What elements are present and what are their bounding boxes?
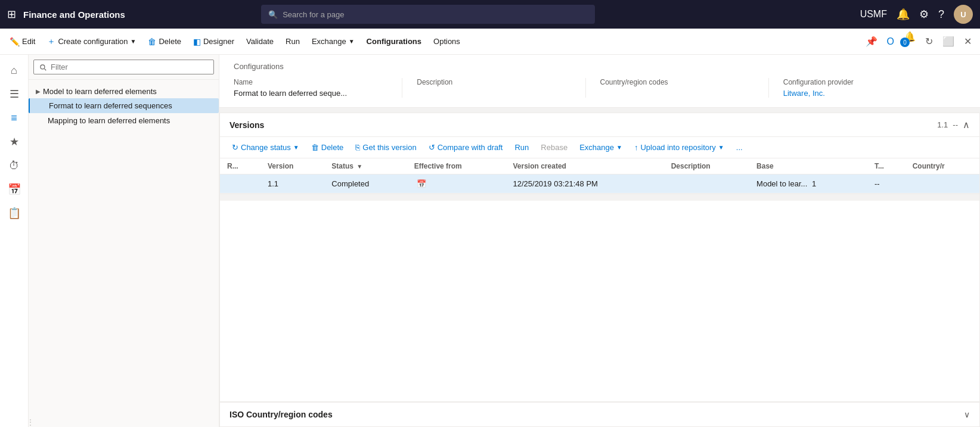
col-base[interactable]: Base — [749, 158, 867, 174]
versions-title: Versions — [230, 120, 264, 130]
section-title: Configurations — [234, 62, 966, 71]
versions-table-wrap: R... Version Status ▼ Effective from Ver… — [220, 158, 979, 194]
tree-panel: ▶ Model to learn deferred elements Forma… — [29, 55, 219, 427]
tree-parent-item[interactable]: ▶ Model to learn deferred elements — [29, 85, 219, 98]
cell-effective: 📅 — [407, 174, 506, 194]
sidebar-notes-icon[interactable]: 📋 — [4, 202, 25, 224]
office-icon[interactable]: O — [883, 34, 898, 49]
plus-icon: ＋ — [47, 36, 55, 47]
create-config-button[interactable]: ＋ Create configuration ▼ — [42, 34, 141, 49]
cell-version: 1.1 — [260, 174, 324, 194]
tree-child-mapping[interactable]: Mapping to learn deferred elements — [29, 113, 219, 128]
compare-icon: ↺ — [429, 143, 435, 152]
iso-section: ISO Country/region codes ∨ — [219, 402, 980, 427]
config-fields: Name Format to learn deferred seque... D… — [234, 78, 966, 98]
iso-header[interactable]: ISO Country/region codes ∨ — [220, 403, 979, 426]
exchange-button[interactable]: Exchange ▼ — [307, 35, 359, 48]
upload-repo-button[interactable]: ↑ Upload into repository ▼ — [629, 141, 729, 154]
notification-badge[interactable]: 🔔0 — [900, 29, 919, 54]
configurations-button[interactable]: Configurations — [362, 35, 426, 48]
versions-run-button[interactable]: Run — [510, 141, 534, 154]
table-row[interactable]: 1.1 Completed 📅 12/25/2019 03:21:48 PM M… — [220, 174, 979, 194]
version-separator: -- — [953, 120, 958, 129]
sidebar-filter-icon[interactable]: ☰ — [4, 83, 25, 105]
get-version-icon: ⎘ — [355, 143, 360, 152]
resize-handle[interactable] — [29, 417, 32, 427]
name-field: Name Format to learn deferred seque... — [234, 78, 402, 98]
search-bar[interactable]: 🔍 — [261, 5, 595, 24]
run-button[interactable]: Run — [281, 35, 305, 48]
chevron-down-icon: ▼ — [130, 38, 136, 45]
name-label: Name — [234, 78, 387, 86]
col-desc[interactable]: Description — [664, 158, 749, 174]
calendar-icon[interactable]: 📅 — [417, 179, 426, 188]
sidebar-list-icon[interactable]: ≡ — [4, 107, 25, 129]
upload-icon: ↑ — [634, 143, 638, 152]
avatar[interactable]: U — [954, 5, 973, 24]
help-icon[interactable]: ? — [938, 8, 944, 21]
collapse-icon[interactable]: ∧ — [963, 119, 970, 130]
sidebar-calendar-icon[interactable]: 📅 — [4, 179, 25, 200]
col-r[interactable]: R... — [220, 158, 260, 174]
designer-icon: ◧ — [193, 37, 201, 46]
icon-sidebar: ⌂ ☰ ≡ ★ ⏱ 📅 📋 — [0, 55, 29, 427]
provider-label: Configuration provider — [783, 78, 937, 86]
col-created[interactable]: Version created — [506, 158, 664, 174]
versions-table: R... Version Status ▼ Effective from Ver… — [220, 158, 979, 194]
close-icon[interactable]: ✕ — [960, 33, 975, 49]
description-label: Description — [417, 78, 570, 86]
provider-value[interactable]: Litware, Inc. — [783, 89, 937, 98]
sidebar-clock-icon[interactable]: ⏱ — [4, 155, 25, 176]
provider-field: Configuration provider Litware, Inc. — [783, 78, 951, 98]
horizontal-scrollbar[interactable] — [220, 194, 979, 201]
waffle-icon[interactable]: ⊞ — [7, 8, 16, 21]
options-button[interactable]: Options — [429, 35, 465, 48]
rebase-button[interactable]: Rebase — [536, 141, 572, 154]
more-button[interactable]: ... — [731, 141, 748, 154]
sidebar-home-icon[interactable]: ⌂ — [4, 60, 25, 81]
designer-button[interactable]: ◧ Designer — [188, 35, 239, 49]
versions-delete-button[interactable]: 🗑 Delete — [306, 141, 349, 154]
config-header: Configurations Name Format to learn defe… — [219, 55, 980, 108]
pinned-icon[interactable]: 📌 — [862, 33, 881, 49]
change-status-chevron: ▼ — [293, 144, 299, 151]
change-status-button[interactable]: ↻ Change status ▼ — [227, 141, 304, 154]
validate-button[interactable]: Validate — [241, 35, 278, 48]
cmd-right-actions: 📌 O 🔔0 ↻ ⬜ ✕ — [862, 29, 975, 54]
col-version[interactable]: Version — [260, 158, 324, 174]
col-country[interactable]: Country/r — [905, 158, 979, 174]
app-title: Finance and Operations — [23, 10, 125, 20]
edit-button[interactable]: ✏️ Edit — [5, 35, 40, 49]
col-t[interactable]: T... — [867, 158, 905, 174]
base-version[interactable]: 1 — [812, 179, 816, 188]
tree-filter-area — [29, 55, 219, 80]
versions-trash-icon: 🗑 — [311, 143, 319, 152]
versions-exchange-button[interactable]: Exchange ▼ — [575, 141, 627, 154]
tree-child-format[interactable]: Format to learn deferred sequences — [29, 98, 219, 113]
upload-chevron: ▼ — [718, 144, 724, 151]
col-status[interactable]: Status ▼ — [324, 158, 407, 174]
base-link[interactable]: Model to lear... — [756, 179, 807, 188]
notification-icon[interactable]: 🔔 — [897, 8, 910, 21]
cell-created: 12/25/2019 03:21:48 PM — [506, 174, 664, 194]
refresh-icon[interactable]: ↻ — [922, 33, 936, 49]
search-input[interactable] — [283, 10, 588, 19]
tree-filter-input[interactable] — [33, 60, 214, 74]
col-effective[interactable]: Effective from — [407, 158, 506, 174]
status-filter-icon[interactable]: ▼ — [356, 163, 362, 170]
delete-button[interactable]: 🗑 Delete — [143, 35, 186, 49]
chevron-down-icon: ▼ — [349, 38, 355, 45]
cell-country — [905, 174, 979, 194]
edit-icon: ✏️ — [10, 37, 20, 46]
maximize-icon[interactable]: ⬜ — [939, 33, 958, 49]
versions-header: Versions 1.1 -- ∧ — [220, 113, 979, 137]
compare-draft-button[interactable]: ↺ Compare with draft — [424, 141, 508, 154]
country-label: Country/region codes — [600, 78, 754, 86]
sidebar-star-icon[interactable]: ★ — [4, 131, 25, 152]
get-version-button[interactable]: ⎘ Get this version — [351, 141, 421, 154]
trash-icon: 🗑 — [148, 37, 156, 46]
cell-base: Model to lear... 1 — [749, 174, 867, 194]
change-status-icon: ↻ — [232, 143, 238, 152]
top-navigation: ⊞ Finance and Operations 🔍 USMF 🔔 ⚙ ? U — [0, 0, 980, 29]
settings-icon[interactable]: ⚙ — [919, 8, 929, 21]
